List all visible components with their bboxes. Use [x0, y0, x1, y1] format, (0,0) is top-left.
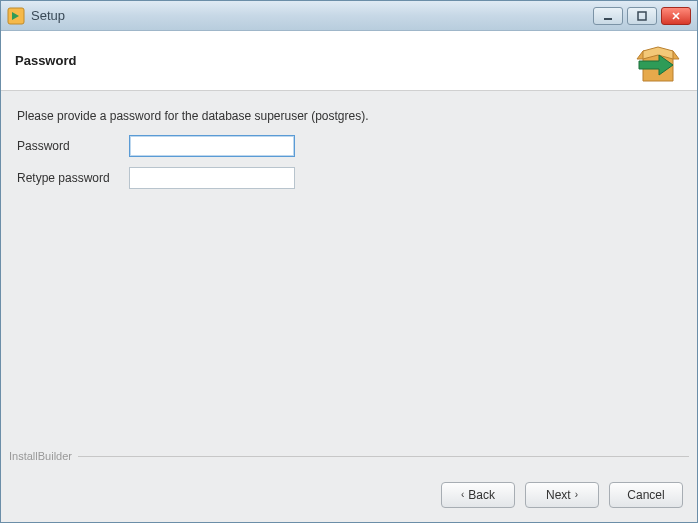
footer: ‹ Back Next › Cancel: [1, 468, 697, 522]
branding-text: InstallBuilder: [9, 450, 78, 462]
page-header: Password: [1, 31, 697, 91]
page-title: Password: [15, 53, 76, 68]
branding-divider: [78, 456, 689, 457]
box-arrow-icon: [633, 37, 683, 85]
window-title: Setup: [31, 8, 593, 23]
app-icon: [7, 7, 25, 25]
password-label: Password: [17, 139, 129, 153]
close-button[interactable]: [661, 7, 691, 25]
svg-rect-3: [638, 12, 646, 20]
titlebar: Setup: [1, 1, 697, 31]
svg-rect-2: [604, 18, 612, 20]
retype-password-row: Retype password: [17, 167, 681, 189]
minimize-button[interactable]: [593, 7, 623, 25]
content-area: Please provide a password for the databa…: [1, 91, 697, 468]
chevron-left-icon: ‹: [461, 490, 464, 500]
maximize-button[interactable]: [627, 7, 657, 25]
retype-password-label: Retype password: [17, 171, 129, 185]
back-button[interactable]: ‹ Back: [441, 482, 515, 508]
instruction-text: Please provide a password for the databa…: [17, 109, 681, 123]
cancel-button[interactable]: Cancel: [609, 482, 683, 508]
cancel-button-label: Cancel: [627, 488, 664, 502]
next-button[interactable]: Next ›: [525, 482, 599, 508]
setup-window: Setup Password Please provide a password…: [0, 0, 698, 523]
branding-strip: InstallBuilder: [9, 450, 689, 462]
retype-password-input[interactable]: [129, 167, 295, 189]
back-button-label: Back: [468, 488, 495, 502]
window-controls: [593, 7, 691, 25]
password-row: Password: [17, 135, 681, 157]
password-input[interactable]: [129, 135, 295, 157]
chevron-right-icon: ›: [575, 490, 578, 500]
next-button-label: Next: [546, 488, 571, 502]
